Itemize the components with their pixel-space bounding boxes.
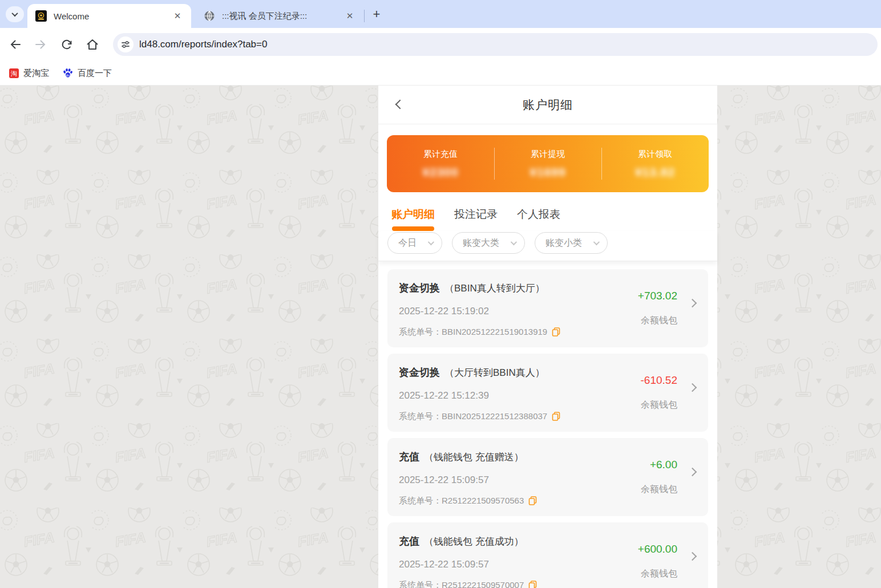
order-number: BBIN202512221512388037 (442, 411, 547, 422)
filter-label: 账变小类 (545, 237, 582, 249)
forward-button[interactable] (31, 35, 50, 54)
summary-total-claimed: 累计领取 ¥13.82 (601, 135, 709, 192)
tab-title: Welcome (54, 11, 172, 21)
bookmark-aitaobao[interactable]: 淘 爱淘宝 (9, 68, 49, 79)
new-tab-button[interactable]: + (369, 6, 385, 22)
bookmark-label: 爱淘宝 (23, 68, 49, 79)
summary-total-withdraw: 累计提现 ¥1699 (494, 135, 601, 192)
filter-date-dropdown[interactable]: 今日 (387, 232, 442, 254)
transaction-type: 资金切换 (399, 365, 440, 380)
transaction-card[interactable]: 资金切换 （大厅转到BBIN真人） 2025-12-22 15:12:39 系统… (387, 354, 708, 432)
copy-icon[interactable] (552, 412, 560, 421)
copy-icon[interactable] (528, 581, 537, 588)
wallet-label: 余额钱包 (641, 399, 677, 411)
chevron-down-icon (511, 239, 517, 245)
transaction-list: 资金切换 （BBIN真人转到大厅） 2025-12-22 15:19:02 系统… (378, 261, 717, 588)
browser-toolbar: ld48.com/reports/index?tab=0 (0, 28, 881, 61)
svg-text:du: du (66, 74, 70, 77)
url-text[interactable]: ld48.com/reports/index?tab=0 (139, 39, 267, 50)
site-favicon (35, 10, 47, 22)
transaction-datetime: 2025-12-22 15:09:57 (399, 473, 641, 487)
reload-button[interactable] (58, 35, 76, 54)
tab-label: 账户明细 (391, 208, 435, 220)
report-tabs: 账户明细 投注记录 个人报表 (391, 207, 717, 231)
bookmarks-bar: 淘 爱淘宝 du 百度一下 (0, 61, 881, 86)
browser-tab-records[interactable]: :::视讯 会员下注纪录::: ✕ (196, 4, 363, 28)
active-tab-underline (392, 226, 434, 231)
tab-close-icon[interactable]: ✕ (344, 10, 355, 22)
transaction-card[interactable]: 资金切换 （BBIN真人转到大厅） 2025-12-22 15:19:02 系统… (387, 269, 708, 347)
back-button[interactable] (6, 35, 25, 54)
tab-divider (364, 10, 365, 22)
chevron-down-icon (428, 239, 434, 245)
bookmark-baidu[interactable]: du 百度一下 (63, 68, 112, 79)
svg-text:淘: 淘 (10, 70, 17, 77)
transaction-card[interactable]: 充值 （钱能钱包 充值赠送） 2025-12-22 15:09:57 系统单号：… (387, 438, 708, 516)
chevron-down-icon (11, 10, 18, 17)
summary-label: 累计充值 (423, 149, 458, 160)
transaction-type: 充值 (399, 534, 419, 549)
transaction-amount: -610.52 (641, 374, 677, 387)
transaction-amount: +600.00 (638, 543, 677, 555)
wallet-label: 余额钱包 (641, 483, 677, 496)
transaction-detail: （大厅转到BBIN真人） (444, 366, 545, 380)
globe-icon (204, 10, 215, 22)
copy-icon[interactable] (552, 327, 560, 336)
tab-personal-report[interactable]: 个人报表 (517, 207, 560, 231)
summary-total-deposit: 累计充值 ¥2300 (387, 135, 494, 192)
summary-label: 累计领取 (638, 149, 672, 160)
summary-value: ¥1699 (530, 165, 565, 179)
chevron-right-icon (688, 552, 697, 561)
tab-strip: Welcome ✕ :::视讯 会员下注纪录::: ✕ + (0, 0, 881, 28)
tab-title: :::视讯 会员下注纪录::: (222, 11, 344, 22)
order-number: R2512221509570007 (442, 579, 524, 588)
address-bar[interactable]: ld48.com/reports/index?tab=0 (113, 33, 878, 56)
home-button[interactable] (83, 35, 102, 54)
page-header: 账户明细 (378, 86, 717, 124)
transaction-type: 资金切换 (399, 281, 440, 295)
page-title: 账户明细 (378, 86, 717, 124)
tab-close-icon[interactable]: ✕ (172, 10, 183, 22)
summary-card: 累计充值 ¥2300 累计提现 ¥1699 累计领取 ¥13.82 (387, 135, 709, 192)
order-label: 系统单号： (399, 326, 442, 338)
filter-bar: 今日 账变大类 账变小类 (378, 231, 717, 261)
summary-value: ¥13.82 (635, 165, 675, 179)
browser-window: Welcome ✕ :::视讯 会员下注纪录::: ✕ + (0, 0, 881, 588)
transaction-card[interactable]: 充值 （钱能钱包 充值成功） 2025-12-22 15:09:57 系统单号：… (387, 522, 708, 588)
transaction-datetime: 2025-12-22 15:12:39 (399, 389, 641, 403)
bookmark-label: 百度一下 (78, 68, 112, 79)
wallet-label: 余额钱包 (638, 314, 677, 327)
order-number: BBIN202512221519013919 (442, 326, 547, 338)
chevron-right-icon (688, 383, 697, 392)
browser-tab-welcome[interactable]: Welcome ✕ (27, 4, 191, 28)
tab-account-detail[interactable]: 账户明细 (391, 207, 435, 231)
copy-icon[interactable] (528, 496, 537, 505)
transaction-detail: （钱能钱包 充值成功） (424, 534, 524, 549)
transaction-detail: （BBIN真人转到大厅） (444, 281, 545, 296)
chevron-right-icon (688, 299, 697, 308)
tab-label: 个人报表 (517, 208, 560, 220)
baidu-paw-icon: du (63, 68, 73, 78)
filter-label: 账变大类 (463, 237, 499, 249)
order-label: 系统单号： (399, 579, 442, 588)
filter-major-category-dropdown[interactable]: 账变大类 (452, 232, 525, 254)
transaction-type: 充值 (399, 449, 419, 464)
chevron-down-icon (593, 239, 600, 245)
wallet-label: 余额钱包 (638, 567, 677, 580)
tab-search-button[interactable] (6, 6, 24, 22)
site-settings-icon[interactable] (118, 37, 134, 52)
order-label: 系统单号： (399, 495, 442, 506)
taobao-icon: 淘 (9, 68, 19, 78)
tab-bet-records[interactable]: 投注记录 (454, 207, 498, 231)
summary-label: 累计提现 (531, 149, 565, 160)
summary-divider (601, 148, 602, 180)
chevron-right-icon (688, 468, 697, 477)
reports-panel: 账户明细 累计充值 ¥2300 累计提现 ¥1699 累计领取 ¥13.82 账… (378, 86, 717, 588)
order-number: R2512221509570563 (442, 495, 524, 506)
transaction-datetime: 2025-12-22 15:09:57 (399, 558, 638, 571)
transaction-amount: +703.02 (638, 290, 677, 302)
transaction-datetime: 2025-12-22 15:19:02 (399, 305, 638, 318)
transaction-amount: +6.00 (641, 459, 677, 471)
filter-label: 今日 (398, 237, 417, 249)
filter-minor-category-dropdown[interactable]: 账变小类 (535, 232, 608, 254)
